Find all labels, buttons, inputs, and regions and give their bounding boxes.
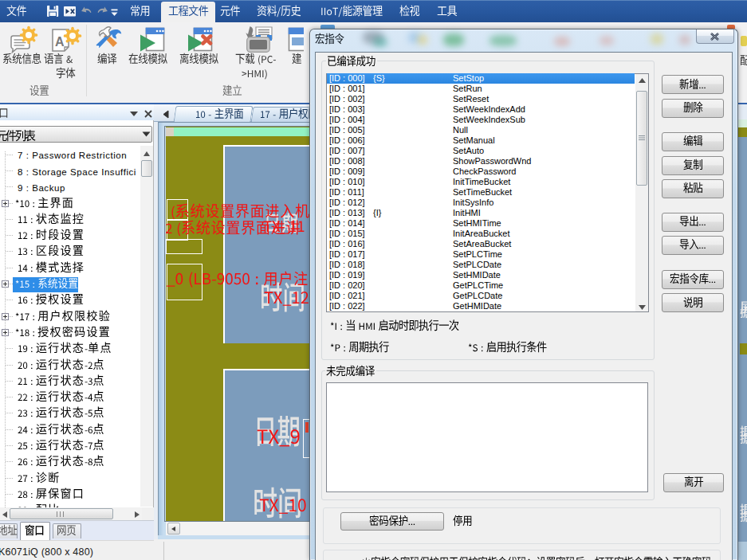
svg-text:A: A [55,35,65,49]
